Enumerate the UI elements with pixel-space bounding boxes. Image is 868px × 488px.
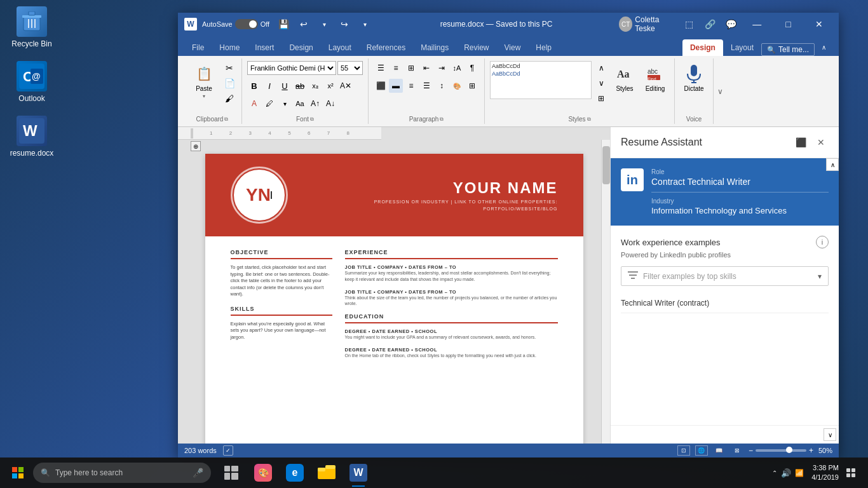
task-view-button[interactable] <box>216 458 247 488</box>
role-value[interactable]: Contract Technical Writer <box>651 177 829 193</box>
highlight-button[interactable]: 🖊 <box>262 97 276 111</box>
collapse-ribbon-button[interactable]: ∧ <box>815 38 832 56</box>
outlook-icon-desktop[interactable]: O @ Outlook <box>6 61 57 103</box>
tab-layout[interactable]: Layout <box>321 39 359 56</box>
paste-button[interactable]: 📋 Paste ▾ <box>188 61 220 102</box>
ribbon-display-options-button[interactable]: ⬚ <box>681 15 697 33</box>
scroll-thumb[interactable] <box>602 146 610 184</box>
undo-dropdown-button[interactable]: ▾ <box>315 15 333 33</box>
word-doc-icon-desktop[interactable]: W resume.docx <box>6 116 57 158</box>
zoom-level[interactable]: 50% <box>818 447 832 454</box>
minimize-button[interactable]: — <box>744 13 770 36</box>
dictate-button[interactable]: Dictate <box>680 61 708 95</box>
bullets-button[interactable]: ☰ <box>374 61 388 75</box>
format-painter-button[interactable]: 🖌 <box>222 92 236 105</box>
customize-qa-button[interactable]: ▾ <box>356 15 374 33</box>
zoom-slider[interactable] <box>756 449 806 452</box>
document-scroll[interactable]: 12345678 ⊕ YN <box>178 127 610 444</box>
font-color-dropdown[interactable]: ▾ <box>278 97 292 111</box>
tab-layout-active[interactable]: Layout <box>723 39 761 56</box>
tab-view[interactable]: View <box>497 39 529 56</box>
increase-indent-button[interactable]: ⇥ <box>435 61 449 75</box>
word-taskbar-button[interactable]: W <box>343 458 374 488</box>
zoom-in-icon[interactable]: + <box>809 446 813 455</box>
zoom-out-icon[interactable]: − <box>749 446 753 455</box>
notification-center-button[interactable] <box>841 458 860 488</box>
assistant-expand-button[interactable]: ⬛ <box>793 135 808 150</box>
paint3d-button[interactable]: 🎨 <box>248 458 278 488</box>
close-button[interactable]: ✕ <box>806 13 832 36</box>
speaker-icon[interactable]: 🔊 <box>781 468 791 478</box>
shrink-font-button[interactable]: A↓ <box>323 97 337 111</box>
assistant-close-button[interactable]: ✕ <box>813 135 829 150</box>
restore-button[interactable]: □ <box>775 13 801 36</box>
shading-button[interactable]: 🎨 <box>450 79 464 93</box>
start-button[interactable] <box>3 458 33 488</box>
paste-dropdown[interactable]: ▾ <box>203 93 205 99</box>
tell-me-box[interactable]: 🔍 Tell me... <box>761 43 815 56</box>
file-explorer-button[interactable] <box>311 458 342 488</box>
borders-button[interactable]: ⊞ <box>465 79 479 93</box>
chevron-up-icon[interactable]: ⌃ <box>772 470 777 477</box>
align-left-button[interactable]: ⬛ <box>374 79 388 93</box>
system-clock[interactable]: 3:38 PM 4/1/2019 <box>811 463 839 483</box>
strikethrough-button[interactable]: ab <box>293 79 307 93</box>
editing-button[interactable]: abc Find Editing <box>641 61 669 95</box>
decrease-indent-button[interactable]: ⇤ <box>419 61 433 75</box>
superscript-button[interactable]: x² <box>323 79 337 93</box>
print-layout-view-button[interactable]: ⊡ <box>677 445 690 456</box>
assistant-scroll-down-button[interactable]: ∨ <box>824 428 836 441</box>
redo-qa-button[interactable]: ↪ <box>336 15 353 33</box>
proofing-icon[interactable]: ✓ <box>223 445 233 456</box>
align-right-button[interactable]: ≡ <box>404 79 418 93</box>
tab-design[interactable]: Design <box>281 39 320 56</box>
font-size-select[interactable]: 55 <box>337 61 363 75</box>
tab-file[interactable]: File <box>184 39 212 56</box>
styles-gallery[interactable]: AaBbCcDd AaBbCcDd <box>490 61 592 99</box>
sort-button[interactable]: ↕A <box>450 61 464 75</box>
font-family-select[interactable]: Franklin Gothic Demi (H... <box>247 61 336 75</box>
copy-button[interactable]: 📄 <box>222 76 236 90</box>
styles-more-button[interactable]: ⊞ <box>594 92 608 105</box>
clear-format-button[interactable]: A✕ <box>339 79 353 93</box>
tab-help[interactable]: Help <box>528 39 559 56</box>
show-hide-button[interactable]: ¶ <box>465 61 479 75</box>
subscript-button[interactable]: x₂ <box>308 79 322 93</box>
tab-design-active[interactable]: Design <box>682 39 723 56</box>
undo-qa-button[interactable]: ↩ <box>295 15 313 33</box>
styles-down-button[interactable]: ∨ <box>594 76 608 90</box>
change-case-button[interactable]: Aa <box>293 97 307 111</box>
numbering-button[interactable]: ≡ <box>389 61 403 75</box>
italic-button[interactable]: I <box>262 79 276 93</box>
tab-mailings[interactable]: Mailings <box>413 39 456 56</box>
share-button[interactable]: 🔗 <box>702 15 718 33</box>
info-icon-button[interactable]: i <box>816 236 829 248</box>
recycle-bin-icon[interactable]: Recycle Bin <box>6 6 57 48</box>
grow-font-button[interactable]: A↑ <box>308 97 322 111</box>
comments-button[interactable]: 💬 <box>723 15 739 33</box>
styles-up-button[interactable]: ∧ <box>594 61 608 75</box>
bold-button[interactable]: B <box>247 79 261 93</box>
move-handle[interactable]: ⊕ <box>191 141 201 151</box>
ribbon-scroll-right[interactable]: ∨ <box>714 58 726 124</box>
font-color-button[interactable]: A <box>247 97 261 111</box>
job-example-item[interactable]: Technical Writer (contract) <box>621 294 829 313</box>
justify-button[interactable]: ☰ <box>419 79 433 93</box>
taskbar-search[interactable]: 🔍 Type here to search 🎤 <box>33 463 211 483</box>
filter-dropdown[interactable]: Filter examples by top skills ▾ <box>621 266 829 286</box>
cut-button[interactable]: ✂ <box>222 61 236 75</box>
focus-view-button[interactable]: ⊠ <box>731 445 743 456</box>
tab-insert[interactable]: Insert <box>247 39 281 56</box>
tab-references[interactable]: References <box>359 39 413 56</box>
autosave-switch[interactable] <box>235 19 258 29</box>
save-qa-button[interactable]: 💾 <box>275 15 292 33</box>
web-view-button[interactable]: 🌐 <box>695 445 708 456</box>
industry-value[interactable]: Information Technology and Services <box>651 206 829 215</box>
document-page[interactable]: YN YOUR NAME PROFESSION OR INDUSTRY | LI… <box>205 154 583 444</box>
edge-button[interactable]: e <box>280 458 310 488</box>
network-icon[interactable]: 📶 <box>795 469 804 477</box>
vertical-scrollbar[interactable] <box>601 140 610 444</box>
assistant-scroll-up-button[interactable]: ∧ <box>826 158 839 171</box>
align-center-button[interactable]: ▬ <box>389 79 403 93</box>
styles-button[interactable]: Aa Styles <box>611 61 639 95</box>
